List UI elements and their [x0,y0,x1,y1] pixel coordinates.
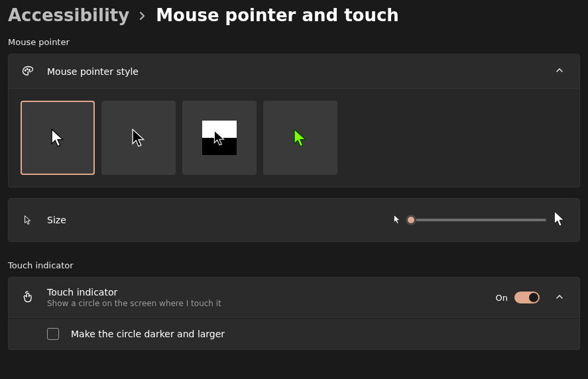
touch-indicator-title: Touch indicator [47,287,484,298]
section-label-mouse-pointer: Mouse pointer [8,37,580,47]
palette-icon [21,65,35,78]
svg-point-1 [27,68,28,70]
cursor-icon [21,215,35,225]
size-min-icon [392,214,402,227]
pointer-style-black[interactable] [101,101,176,175]
touch-indicator-row[interactable]: Touch indicator Show a circle on the scr… [8,277,580,318]
touch-icon [21,291,35,304]
pointer-style-header[interactable]: Mouse pointer style [8,54,580,89]
pointer-size-slider[interactable] [407,219,546,221]
touch-indicator-subtitle: Show a circle on the screen where I touc… [47,299,484,308]
pointer-size-row: Size [8,198,580,242]
breadcrumb-current: Mouse pointer and touch [156,5,399,25]
chevron-up-icon[interactable] [552,64,567,79]
pointer-style-white[interactable] [21,101,95,175]
slider-thumb[interactable] [406,215,416,225]
pointer-style-options [8,89,580,188]
touch-darker-row[interactable]: Make the circle darker and larger [8,318,580,350]
pointer-style-inverted[interactable] [182,101,257,175]
svg-point-0 [25,70,26,71]
size-max-icon [552,211,567,229]
touch-toggle-state: On [496,293,508,303]
pointer-style-title: Mouse pointer style [47,66,540,77]
breadcrumb: Accessibility Mouse pointer and touch [8,5,580,25]
touch-toggle[interactable] [514,292,540,303]
pointer-size-label: Size [47,215,381,225]
chevron-right-icon [139,9,147,23]
section-label-touch-indicator: Touch indicator [8,260,580,270]
chevron-up-icon[interactable] [552,290,567,305]
darker-larger-checkbox[interactable] [47,328,59,340]
pointer-style-custom[interactable] [263,101,337,175]
breadcrumb-parent[interactable]: Accessibility [8,5,129,25]
darker-larger-label: Make the circle darker and larger [71,329,567,339]
svg-point-2 [29,69,30,70]
